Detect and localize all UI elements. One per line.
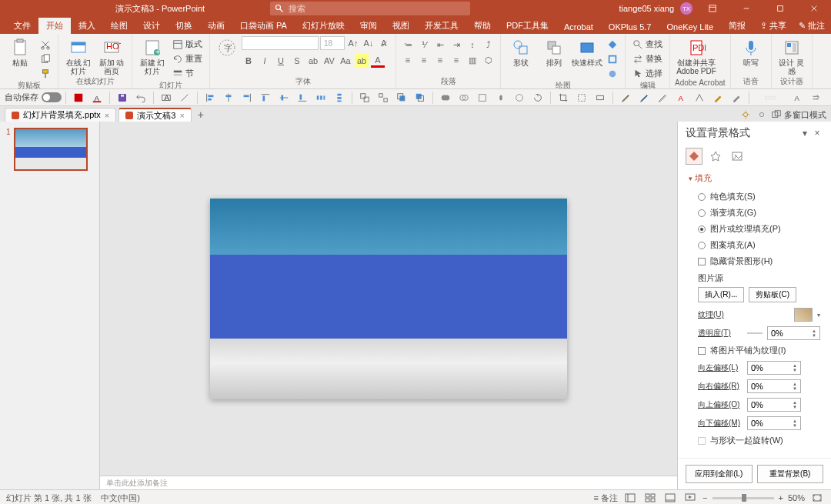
decrease-font-button[interactable]: A↓ [362, 36, 375, 50]
text-direction-button[interactable]: ⤴ [482, 38, 496, 52]
slide-canvas-area[interactable] [100, 122, 677, 476]
autosave-toggle[interactable]: 自动保存 [5, 92, 62, 103]
insert-picture-button[interactable]: 插入(R)... [698, 287, 744, 302]
qat-send-backward-button[interactable] [412, 90, 429, 105]
indent-decrease-button[interactable]: ⇤ [433, 38, 447, 52]
apply-to-all-button[interactable]: 应用到全部(L) [686, 465, 753, 483]
strikethrough-button[interactable]: S [290, 54, 304, 68]
qat-crop-button[interactable] [555, 90, 572, 105]
qat-ungroup-button[interactable] [375, 90, 392, 105]
increase-font-button[interactable]: A↑ [346, 36, 360, 50]
spacing-button[interactable]: AV [322, 54, 336, 68]
qat-highlight-button[interactable] [691, 90, 708, 105]
solid-fill-radio[interactable]: 纯色填充(S) [689, 189, 820, 205]
qat-undo-button[interactable] [132, 90, 149, 105]
ribbon-options-button[interactable] [699, 0, 726, 17]
shapes-button[interactable]: 形状 [506, 35, 536, 67]
tab-view[interactable]: 视图 [385, 18, 417, 34]
zoom-slider[interactable] [713, 497, 774, 499]
qat-save-button[interactable] [114, 90, 131, 105]
transparency-slider[interactable] [747, 332, 763, 334]
tab-insert[interactable]: 插入 [71, 18, 103, 34]
qat-crop2-button[interactable] [573, 90, 590, 105]
align-left-button[interactable]: ≡ [401, 53, 415, 67]
tab-acrobat[interactable]: Acrobat [556, 20, 601, 34]
hide-background-checkbox[interactable]: 隐藏背景图形(H) [689, 253, 820, 269]
add-tab-button[interactable]: + [194, 108, 208, 122]
reading-view-button[interactable] [662, 492, 678, 504]
pane-close-button[interactable]: × [811, 127, 823, 139]
tab-pocket-animation[interactable]: 口袋动画 PA [232, 18, 295, 34]
qat-merge-fragment-button[interactable] [474, 90, 491, 105]
qat-bring-forward-button[interactable] [393, 90, 410, 105]
columns-button[interactable]: ▥ [466, 53, 479, 67]
language-status[interactable]: 中文(中国) [101, 492, 140, 504]
comments-button[interactable]: ✎批注 [793, 18, 831, 34]
change-case-button[interactable]: Aa [339, 54, 352, 68]
tab-review[interactable]: 审阅 [352, 18, 385, 34]
shape-outline-button[interactable] [605, 52, 620, 65]
qat-crop3-button[interactable] [592, 90, 609, 105]
qat-text-style-button[interactable]: A [789, 90, 806, 105]
section-button[interactable]: 节 [170, 67, 205, 80]
qat-align2-button[interactable] [220, 90, 237, 105]
qat-merge-intersect-button[interactable] [492, 90, 509, 105]
close-tab-icon[interactable]: × [179, 111, 184, 120]
arrange-button[interactable]: 排列 [539, 35, 569, 67]
offset-right-spinner[interactable]: 0%▲▼ [747, 379, 801, 393]
clear-format-button[interactable]: A̷ [377, 36, 391, 50]
font-size-combo[interactable]: 18 [320, 36, 345, 50]
shadow-button[interactable]: ab [306, 54, 320, 68]
fill-section-title[interactable]: 填充 [689, 172, 820, 184]
tab-slideshow[interactable]: 幻灯片放映 [295, 18, 352, 34]
qat-rotate-button[interactable] [529, 90, 546, 105]
slideshow-view-button[interactable] [682, 492, 698, 504]
qat-font-color-button[interactable]: A [88, 90, 105, 105]
tab-okplus[interactable]: OKPlus 5.7 [601, 20, 659, 34]
underline-button[interactable]: U [274, 54, 288, 68]
search-box[interactable]: 搜索 [270, 2, 470, 15]
qat-eyedropper-button[interactable] [617, 90, 634, 105]
tab-transitions[interactable]: 切换 [168, 18, 200, 34]
shape-effects-button[interactable] [605, 67, 620, 80]
tab-design[interactable]: 设计 [135, 18, 168, 34]
zoom-out-button[interactable]: − [703, 493, 707, 502]
qat-textcolor-button[interactable]: A [672, 90, 689, 105]
tab-animations[interactable]: 动画 [200, 18, 232, 34]
align-right-button[interactable]: ≡ [433, 53, 447, 67]
pattern-fill-radio[interactable]: 图案填充(A) [689, 237, 820, 253]
qat-eyedropper3-button[interactable] [654, 90, 671, 105]
tab-onekey[interactable]: OneKey Lite [659, 20, 721, 34]
quick-styles-button[interactable]: 快速样式 [572, 35, 602, 67]
normal-view-button[interactable] [622, 492, 638, 504]
slide-thumbnail-1[interactable] [14, 128, 88, 171]
paste-button[interactable]: 粘贴 [5, 35, 35, 67]
qat-distribute-v-button[interactable] [331, 90, 348, 105]
share-button[interactable]: ⇪共享 [754, 18, 793, 34]
indent-increase-button[interactable]: ⇥ [449, 38, 463, 52]
layout-button[interactable]: 版式 [170, 38, 205, 51]
reset-button[interactable]: 重置 [170, 52, 205, 65]
tile-checkbox[interactable]: 将图片平铺为纹理(I) [689, 342, 820, 359]
design-ideas-button[interactable]: 设计 灵感 [776, 35, 807, 75]
effects-tab-icon[interactable] [707, 148, 724, 165]
qat-group-button[interactable] [356, 90, 373, 105]
offset-left-spinner[interactable]: 0%▲▼ [747, 361, 801, 375]
multi-window-button[interactable]: 多窗口模式 [771, 109, 826, 121]
new-slide-button[interactable]: +新建 幻灯片 [137, 35, 168, 75]
font-name-combo[interactable] [242, 36, 319, 50]
tab-file[interactable]: 文件 [6, 18, 38, 34]
slide-counter[interactable]: 幻灯片 第 1 张, 共 1 张 [6, 492, 92, 504]
qat-eyedropper2-button[interactable] [636, 90, 652, 105]
reset-background-button[interactable]: 重置背景(B) [757, 465, 824, 483]
qat-merge-combine-button[interactable] [456, 90, 472, 105]
slide-canvas[interactable] [210, 199, 567, 399]
qat-merge-union-button[interactable] [437, 90, 454, 105]
tab-draw[interactable]: 绘图 [103, 18, 135, 34]
user-avatar[interactable]: TX [680, 2, 692, 15]
notes-toggle[interactable]: ≡ 备注 [594, 492, 618, 504]
bullets-button[interactable]: ≔ [401, 38, 415, 52]
offset-top-spinner[interactable]: 0%▲▼ [747, 398, 801, 412]
offset-bottom-spinner[interactable]: 0%▲▼ [747, 416, 801, 430]
user-name[interactable]: tiange05 xiang [619, 4, 674, 13]
